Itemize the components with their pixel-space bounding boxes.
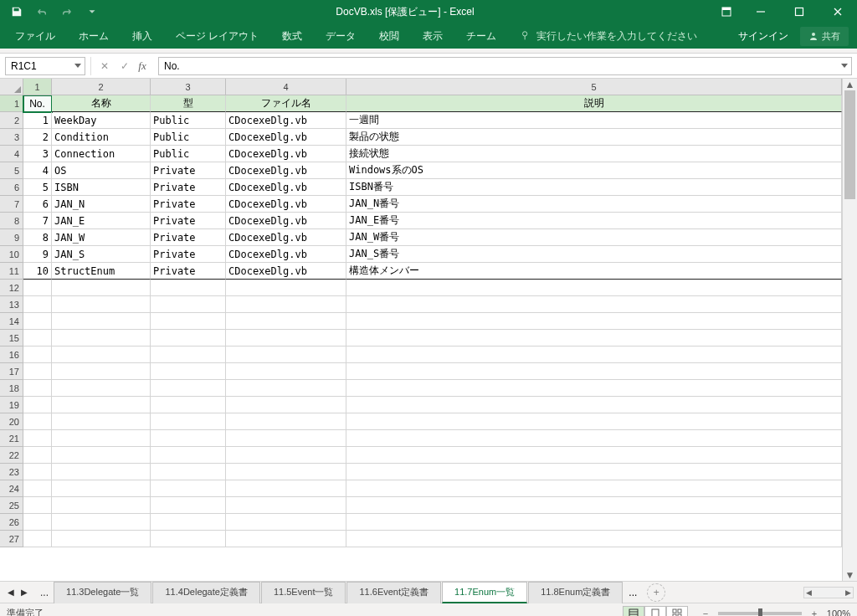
cell[interactable]: WeekDay	[52, 112, 151, 129]
normal-view-button[interactable]	[623, 606, 644, 617]
row-header[interactable]: 27	[0, 531, 23, 547]
cell[interactable]	[346, 413, 842, 430]
cell[interactable]: Private	[151, 196, 226, 213]
cell[interactable]	[226, 430, 346, 447]
cell[interactable]	[226, 447, 346, 464]
cell[interactable]	[23, 514, 52, 531]
cancel-icon[interactable]: ✕	[98, 60, 111, 72]
cell[interactable]: JAN_E	[52, 213, 151, 229]
cell[interactable]	[346, 464, 842, 480]
cell[interactable]	[226, 497, 346, 514]
page-layout-view-button[interactable]	[644, 606, 666, 617]
row-header[interactable]: 15	[0, 330, 23, 346]
tell-me-search[interactable]: 実行したい作業を入力してください	[508, 29, 697, 44]
ribbon-tab-1[interactable]: ホーム	[67, 24, 121, 49]
row-header[interactable]: 22	[0, 447, 23, 464]
cell[interactable]: StructEnum	[52, 263, 151, 280]
cell[interactable]: CDocexeDlg.vb	[226, 246, 346, 263]
zoom-level[interactable]: 100%	[827, 608, 850, 617]
cell[interactable]	[52, 380, 151, 397]
row-header[interactable]: 20	[0, 413, 23, 430]
cell[interactable]	[346, 480, 842, 497]
redo-icon[interactable]	[60, 5, 74, 18]
cell[interactable]	[226, 480, 346, 497]
cell[interactable]	[23, 447, 52, 464]
sheet-ellipsis-right[interactable]: ...	[624, 587, 642, 598]
row-header[interactable]: 1	[0, 95, 23, 112]
cell[interactable]	[52, 514, 151, 531]
cell[interactable]: JAN_S番号	[346, 246, 842, 263]
sheet-nav-prev-icon[interactable]: ◀	[5, 588, 17, 597]
sheet-ellipsis-left[interactable]: ...	[35, 587, 54, 598]
row-header[interactable]: 14	[0, 313, 23, 330]
cell[interactable]: 製品の状態	[346, 129, 842, 146]
cell[interactable]	[23, 430, 52, 447]
cell[interactable]	[346, 313, 842, 330]
cell[interactable]	[23, 413, 52, 430]
scroll-thumb[interactable]	[844, 90, 855, 199]
cell[interactable]: Private	[151, 162, 226, 179]
cell[interactable]	[151, 430, 226, 447]
cell[interactable]	[151, 346, 226, 363]
row-header[interactable]: 8	[0, 213, 23, 229]
cell[interactable]	[346, 397, 842, 413]
cell[interactable]	[346, 280, 842, 296]
cell[interactable]	[226, 296, 346, 313]
cell[interactable]: ファイル名	[226, 95, 346, 112]
cell[interactable]	[23, 480, 52, 497]
cell[interactable]	[346, 514, 842, 531]
cell[interactable]	[151, 330, 226, 346]
cell[interactable]: 4	[23, 162, 52, 179]
cell[interactable]	[52, 464, 151, 480]
add-sheet-button[interactable]: +	[647, 583, 665, 602]
cell[interactable]: CDocexeDlg.vb	[226, 179, 346, 196]
cell[interactable]	[52, 480, 151, 497]
cell[interactable]: 3	[23, 146, 52, 162]
cell[interactable]: 1	[23, 112, 52, 129]
cell[interactable]	[23, 464, 52, 480]
row-header[interactable]: 24	[0, 480, 23, 497]
cell[interactable]	[23, 397, 52, 413]
cell[interactable]	[226, 514, 346, 531]
cell[interactable]	[151, 363, 226, 380]
cell[interactable]	[23, 363, 52, 380]
formula-input[interactable]: No.	[158, 57, 852, 75]
cell[interactable]: Public	[151, 112, 226, 129]
row-header[interactable]: 13	[0, 296, 23, 313]
scroll-up-icon[interactable]: ▲	[843, 79, 857, 90]
cell[interactable]: CDocexeDlg.vb	[226, 162, 346, 179]
undo-icon[interactable]	[35, 5, 49, 18]
cell[interactable]: CDocexeDlg.vb	[226, 112, 346, 129]
cell[interactable]: 説明	[346, 95, 842, 112]
qat-dropdown-icon[interactable]	[85, 5, 99, 18]
row-header[interactable]: 25	[0, 497, 23, 514]
close-button[interactable]	[819, 0, 857, 23]
cell[interactable]: Private	[151, 179, 226, 196]
cell[interactable]	[226, 413, 346, 430]
cell[interactable]	[226, 330, 346, 346]
cell[interactable]: CDocexeDlg.vb	[226, 146, 346, 162]
cell[interactable]: 10	[23, 263, 52, 280]
cell[interactable]	[23, 531, 52, 547]
cell[interactable]	[151, 497, 226, 514]
column-header[interactable]: 2	[52, 79, 151, 95]
sheet-nav-arrows[interactable]: ◀ ▶	[0, 588, 35, 597]
cell[interactable]	[346, 447, 842, 464]
cell[interactable]	[226, 313, 346, 330]
cell[interactable]: JAN_W番号	[346, 229, 842, 246]
name-box[interactable]: R1C1	[5, 57, 85, 75]
column-header[interactable]: 4	[226, 79, 346, 95]
cell[interactable]	[23, 346, 52, 363]
ribbon-tab-6[interactable]: 校閲	[367, 24, 411, 49]
cell[interactable]: Public	[151, 129, 226, 146]
row-header[interactable]: 23	[0, 464, 23, 480]
cell[interactable]: CDocexeDlg.vb	[226, 196, 346, 213]
sheet-tab[interactable]: 11.6Event定義書	[346, 582, 441, 603]
vertical-scrollbar[interactable]: ▲ ▼	[842, 79, 857, 581]
cell[interactable]	[52, 346, 151, 363]
cell[interactable]: Connection	[52, 146, 151, 162]
cell[interactable]	[151, 397, 226, 413]
row-header[interactable]: 19	[0, 397, 23, 413]
maximize-button[interactable]	[780, 0, 819, 23]
horizontal-scrollbar[interactable]: ◀▶	[803, 587, 854, 598]
